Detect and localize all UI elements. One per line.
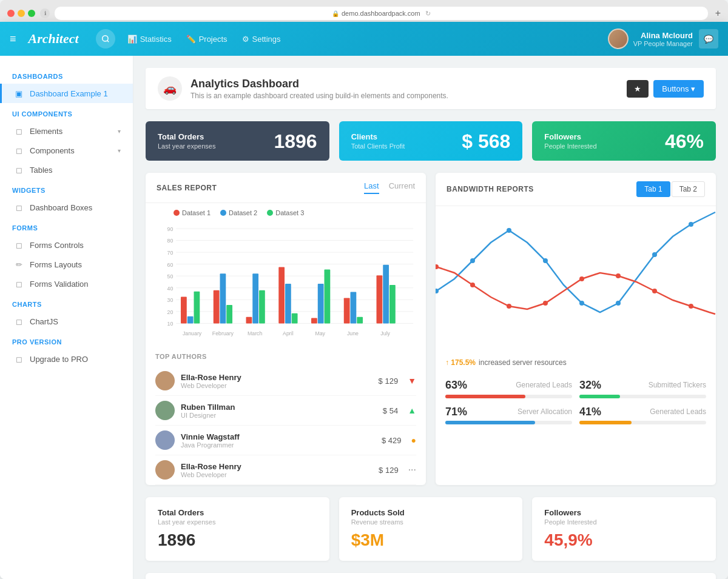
svg-rect-29 [259, 290, 265, 324]
author-info-1: Ruben Tillman UI Designer [181, 403, 377, 419]
sidebar-item-elements-label: Elements [30, 127, 62, 136]
author-name-3: Ella-Rose Henry [181, 462, 372, 471]
author-info-2: Vinnie Wagstaff Java Programmer [181, 432, 376, 449]
author-avatar-1 [155, 401, 175, 420]
sidebar-item-forms-validation[interactable]: ◻ Forms Validation [0, 274, 133, 293]
bandwidth-reports-card: BANDWIDTH REPORTS Tab 1 Tab 2 [436, 173, 716, 485]
sidebar-item-dashboard-example[interactable]: ▣ Dashboard Example 1 [0, 84, 133, 103]
sales-report-title: SALES REPORT [157, 184, 217, 192]
svg-point-54 [689, 222, 693, 227]
progress-fill-1 [579, 395, 620, 398]
line-chart-svg [436, 206, 716, 352]
sidebar-item-chartjs[interactable]: ◻ ChartJS [0, 312, 133, 331]
author-amount-0: $ 129 [379, 377, 399, 386]
address-bar[interactable]: 🔒 demo.dashboardpack.com ↻ [55, 7, 708, 20]
author-role-2: Java Programmer [181, 441, 376, 449]
svg-rect-27 [246, 317, 252, 324]
svg-point-52 [616, 301, 621, 306]
progress-fill-2 [445, 421, 535, 424]
browser-dots [7, 10, 35, 17]
sidebar-item-forms-validation-label: Forms Validation [30, 279, 89, 289]
progress-label-3: Generated Leads [650, 406, 706, 419]
summary-row: Total Orders Last year expenses 1896 Pro… [146, 497, 716, 561]
sidebar-item-elements[interactable]: ◻ Elements ▾ [0, 121, 133, 141]
legend-label-1: Dataset 2 [229, 209, 257, 216]
legend-dot-red [174, 210, 180, 216]
stat-card-clients: Clients Total Clients Profit $ 568 [339, 121, 523, 161]
svg-text:March: March [248, 330, 263, 336]
bar-chart: 90 80 70 60 50 40 30 20 10 [155, 221, 416, 343]
server-note-text: increased server resources [479, 358, 567, 367]
bandwidth-tab-1[interactable]: Tab 1 [636, 181, 670, 197]
elements-icon: ◻ [14, 126, 24, 136]
author-row-0: Ella-Rose Henry Web Developer $ 129 ▼ [155, 366, 416, 396]
dot-maximize[interactable] [28, 10, 35, 17]
sales-tab-last[interactable]: Last [364, 181, 379, 194]
tables-icon: ◻ [14, 165, 24, 175]
svg-point-51 [579, 301, 584, 306]
progress-item-1: 32% Submitted Tickers [579, 379, 706, 398]
svg-point-53 [652, 252, 657, 257]
main-content: 🚗 Analytics Dashboard This is an example… [133, 56, 728, 579]
svg-rect-44 [383, 265, 389, 324]
legend-item-green: Dataset 3 [267, 209, 304, 216]
author-amount-1: $ 54 [383, 406, 398, 415]
sidebar-item-dashboard-boxes[interactable]: ◻ Dashboard Boxes [0, 198, 133, 217]
legend-item-red: Dataset 1 [174, 209, 211, 216]
forms-validation-icon: ◻ [14, 279, 24, 289]
svg-rect-23 [214, 290, 220, 324]
sidebar-section-dashboards: DASHBOARDS [0, 65, 133, 84]
nav-statistics[interactable]: 📊 Statistics [127, 35, 172, 44]
bandwidth-tab-2[interactable]: Tab 2 [672, 181, 705, 197]
notifications-button[interactable]: 💬 [699, 29, 718, 49]
sales-tab-current[interactable]: Current [389, 181, 415, 194]
sidebar-item-forms-layouts[interactable]: ✏ Forms Layouts [0, 255, 133, 274]
svg-text:10: 10 [167, 321, 174, 327]
hamburger-icon[interactable]: ≡ [10, 33, 16, 45]
sidebar-section-charts: CHARTS [0, 293, 133, 312]
buttons-button[interactable]: Buttons ▾ [653, 80, 704, 98]
sales-tabs: Last Current [364, 181, 415, 194]
sidebar-item-forms-controls[interactable]: ◻ Forms Controls [0, 235, 133, 255]
chart-legend: Dataset 1 Dataset 2 Dataset 3 [155, 209, 416, 216]
upgrade-icon: ◻ [14, 354, 24, 364]
svg-rect-36 [318, 284, 324, 323]
chartjs-icon: ◻ [14, 316, 24, 326]
author-avatar-2 [155, 430, 175, 450]
nav-projects[interactable]: ✏️ Projects [186, 35, 228, 44]
nav-settings[interactable]: ⚙ Settings [242, 35, 281, 44]
sidebar-item-upgrade[interactable]: ◻ Upgrade to PRO [0, 349, 133, 369]
svg-rect-31 [278, 267, 285, 324]
author-row-2: Vinnie Wagstaff Java Programmer $ 429 ● [155, 426, 416, 455]
dot-close[interactable] [7, 10, 15, 17]
star-button[interactable]: ★ [627, 80, 649, 98]
svg-text:May: May [315, 330, 325, 336]
legend-label-2: Dataset 3 [275, 209, 304, 216]
progress-fill-3 [579, 421, 632, 424]
progress-pct-1: 32% [579, 379, 601, 392]
bandwidth-header: BANDWIDTH REPORTS Tab 1 Tab 2 [436, 173, 716, 206]
username: Alina Mclourd [633, 31, 693, 40]
progress-header-0: 63% Generated Leads [445, 379, 572, 392]
progress-bg-2 [445, 421, 572, 424]
summary-sub-0: Last year expenses [158, 518, 317, 526]
sales-report-header: SALES REPORT Last Current [146, 173, 426, 203]
sidebar-item-components[interactable]: ◻ Components ▾ [0, 141, 133, 160]
refresh-icon[interactable]: ↻ [425, 10, 431, 18]
progress-fill-0 [445, 395, 525, 398]
sidebar-item-tables[interactable]: ◻ Tables [0, 160, 133, 179]
svg-point-50 [543, 258, 548, 263]
svg-point-55 [436, 264, 439, 269]
svg-rect-32 [285, 284, 291, 323]
progress-item-0: 63% Generated Leads [445, 379, 572, 398]
search-button[interactable] [96, 29, 115, 49]
author-row-1: Ruben Tillman UI Designer $ 54 ▲ [155, 396, 416, 426]
author-indicator-0: ▼ [408, 376, 416, 386]
author-avatar-3 [155, 460, 175, 480]
svg-point-57 [507, 304, 511, 309]
statistics-icon: 📊 [127, 35, 137, 44]
new-tab-button[interactable]: + [715, 8, 721, 19]
settings-icon: ⚙ [242, 35, 249, 44]
svg-rect-37 [325, 269, 331, 323]
dot-minimize[interactable] [18, 10, 25, 17]
